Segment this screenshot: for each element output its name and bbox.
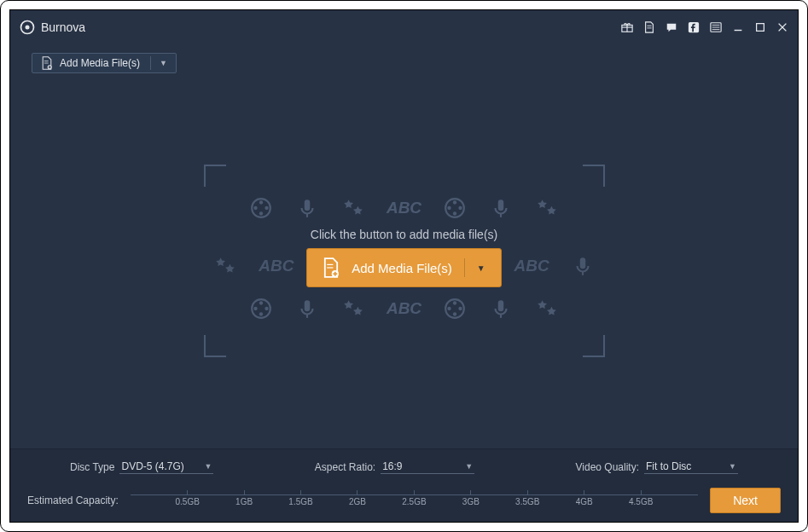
capacity-tick-label: 4GB (576, 497, 593, 506)
mic-icon (294, 296, 320, 321)
stars-icon (340, 296, 366, 321)
capacity-scale: 0.5GB1GB1.5GB2GB2.5GB3GB3.5GB4GB4.5GB (131, 491, 698, 510)
capacity-tick: 0.5GB (187, 490, 188, 495)
minimize-icon[interactable] (731, 20, 745, 34)
capacity-tick: 3.5GB (527, 490, 528, 495)
add-media-button[interactable]: Add Media File(s) ▼ (32, 53, 177, 73)
svg-marker-64 (538, 300, 547, 309)
chat-icon[interactable] (665, 20, 678, 34)
reel-icon (442, 296, 468, 321)
capacity-tick: 1GB (244, 490, 245, 495)
capacity-tick-label: 4.5GB (629, 497, 653, 506)
menu-icon[interactable] (709, 20, 723, 34)
svg-marker-65 (547, 307, 556, 315)
video-quality-select[interactable]: Fit to Disc ▼ (644, 460, 738, 474)
svg-marker-55 (344, 300, 353, 309)
app-window: { "app_name": "Burnova", "toolbar": { "a… (9, 9, 799, 523)
toolbar: Add Media File(s) ▼ (10, 44, 798, 73)
svg-point-22 (259, 200, 263, 204)
svg-point-58 (453, 301, 456, 304)
svg-marker-29 (353, 206, 363, 215)
add-media-main-button[interactable]: Add Media File(s) ▼ (306, 248, 501, 287)
svg-rect-41 (579, 257, 585, 269)
mic-icon (488, 195, 514, 221)
stars-icon (534, 296, 560, 321)
capacity-tick-label: 2.5GB (402, 497, 426, 506)
document-icon[interactable] (642, 20, 656, 34)
abc-text: ABC (514, 253, 549, 279)
mic-icon (294, 195, 320, 221)
capacity-tick: 2.5GB (414, 490, 415, 495)
svg-point-32 (458, 206, 462, 210)
disc-type-select[interactable]: DVD-5 (4.7G) ▼ (119, 460, 213, 474)
gift-icon[interactable] (620, 20, 634, 34)
svg-marker-56 (353, 307, 363, 315)
svg-point-25 (253, 206, 257, 210)
add-file-icon (41, 56, 53, 70)
svg-point-60 (453, 312, 456, 315)
capacity-row: Estimated Capacity: 0.5GB1GB1.5GB2GB2.5G… (27, 488, 781, 513)
svg-rect-35 (498, 200, 504, 211)
svg-point-59 (458, 307, 462, 310)
bottom-panel: Disc Type DVD-5 (4.7G) ▼ Aspect Ratio: 1… (10, 448, 798, 522)
stars-icon (340, 195, 366, 221)
svg-rect-26 (305, 200, 311, 211)
svg-point-24 (259, 211, 263, 215)
svg-rect-62 (498, 300, 504, 311)
svg-point-33 (453, 211, 456, 215)
reel-icon (442, 195, 468, 221)
caret-down-icon: ▼ (465, 462, 473, 471)
capacity-tick-label: 1GB (235, 497, 253, 506)
svg-marker-40 (225, 264, 235, 273)
titlebar-icons (620, 20, 789, 34)
maximize-icon[interactable] (753, 20, 767, 34)
stars-icon (534, 195, 560, 221)
add-media-main-label: Add Media File(s) (352, 261, 452, 275)
abc-text: ABC (259, 253, 294, 279)
decor-row: ABC (204, 195, 605, 221)
caret-down-icon: ▼ (477, 263, 485, 273)
main-area: ABC Click the button to add media file(s… (10, 73, 798, 448)
settings-row: Disc Type DVD-5 (4.7G) ▼ Aspect Ratio: 1… (27, 460, 781, 477)
svg-point-23 (264, 206, 268, 210)
aspect-ratio-label: Aspect Ratio: (315, 461, 375, 473)
capacity-tick-label: 0.5GB (175, 497, 199, 506)
svg-marker-38 (547, 206, 556, 215)
logo-icon (19, 19, 36, 36)
hint-text: Click the button to add media file(s) (204, 228, 605, 241)
drop-zone[interactable]: ABC Click the button to add media file(s… (204, 165, 605, 357)
aspect-ratio-select[interactable]: 16:9 ▼ (381, 460, 474, 474)
svg-point-31 (453, 200, 456, 204)
capacity-tick-label: 3GB (462, 497, 480, 506)
capacity-tick: 2GB (357, 490, 357, 495)
app-logo: Burnova (19, 19, 85, 36)
abc-text: ABC (387, 296, 421, 321)
add-media-label: Add Media File(s) (60, 57, 140, 69)
capacity-tick: 3GB (470, 490, 471, 495)
stars-icon (212, 253, 238, 279)
reel-icon (248, 296, 274, 321)
svg-point-61 (447, 307, 451, 310)
mic-icon (570, 253, 596, 279)
svg-point-52 (253, 307, 257, 310)
capacity-tick: 4GB (584, 490, 584, 495)
svg-point-50 (264, 307, 268, 310)
next-button[interactable]: Next (710, 488, 781, 513)
reel-icon (248, 195, 274, 221)
svg-point-49 (259, 301, 263, 304)
caret-down-icon: ▼ (205, 462, 212, 471)
facebook-icon[interactable] (687, 20, 700, 34)
disc-type-label: Disc Type (70, 461, 114, 473)
mic-icon (488, 296, 514, 321)
svg-rect-53 (305, 300, 311, 311)
svg-marker-28 (344, 200, 353, 208)
close-icon[interactable] (776, 20, 789, 34)
decor-row: ABC (204, 296, 605, 321)
capacity-tick: 4.5GB (641, 490, 642, 495)
abc-text: ABC (387, 195, 421, 221)
title-bar: Burnova (10, 10, 798, 44)
app-name: Burnova (41, 20, 85, 34)
svg-rect-13 (757, 24, 764, 32)
add-file-icon (323, 257, 340, 278)
svg-point-1 (26, 26, 30, 30)
